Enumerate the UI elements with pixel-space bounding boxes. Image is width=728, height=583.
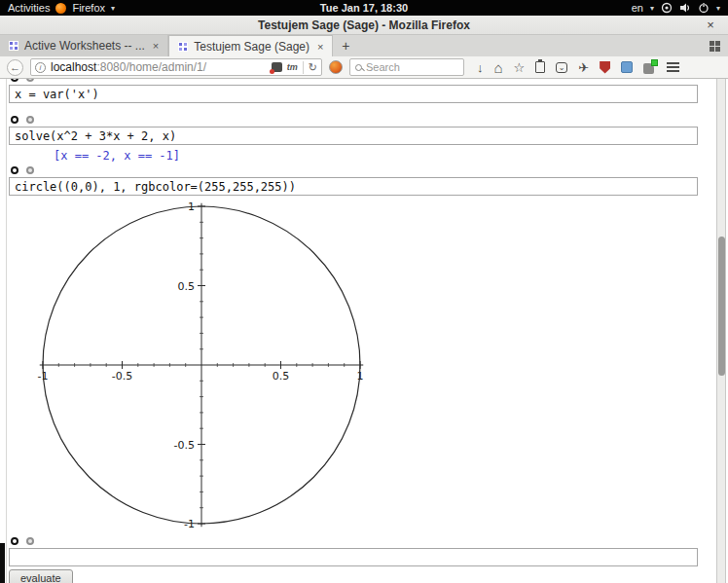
sage-input-cell-3[interactable] xyxy=(9,177,698,196)
back-button[interactable]: ← xyxy=(7,59,23,76)
window-close-button[interactable]: × xyxy=(703,18,718,32)
all-tabs-grid-icon xyxy=(710,41,720,52)
power-icon[interactable] xyxy=(698,2,710,14)
new-tab-button[interactable]: + xyxy=(333,35,358,56)
keyboard-caret-icon: ▾ xyxy=(650,4,654,13)
clock[interactable]: Tue Jan 17, 18:30 xyxy=(0,2,728,14)
security-shield-icon[interactable] xyxy=(600,61,610,74)
insert-cell-icon[interactable] xyxy=(11,537,18,545)
cell-insert-bar[interactable] xyxy=(11,79,698,83)
screenshot-tool-icon[interactable] xyxy=(621,61,633,73)
addon-ball-icon[interactable] xyxy=(329,60,343,74)
urlbar-extension-icon[interactable] xyxy=(272,62,282,72)
url-text[interactable]: localhost:8080/home/admin/1/ xyxy=(51,60,267,74)
browser-viewport: [x == -2, x == -1] -1-0.50.51-1-0.50.51 … xyxy=(0,79,728,583)
cell-insert-bar[interactable] xyxy=(11,536,698,546)
scrollbar-thumb[interactable] xyxy=(718,237,725,376)
cell-insert-bar[interactable] xyxy=(11,165,698,175)
extension-badge-icon[interactable] xyxy=(643,61,656,74)
list-all-tabs-button[interactable] xyxy=(710,35,720,56)
reload-icon[interactable]: ↻ xyxy=(309,61,317,74)
bookmark-star-icon[interactable]: ☆ xyxy=(514,61,526,74)
home-icon[interactable]: ⌂ xyxy=(494,61,503,74)
page-left-border xyxy=(6,79,7,583)
svg-text:0.5: 0.5 xyxy=(178,280,196,293)
sage-favicon xyxy=(178,42,188,52)
urlbar-separator xyxy=(303,61,304,74)
tab-close-icon[interactable]: × xyxy=(153,40,159,52)
tab-bar: Active Worksheets -- ... × Testujem Sage… xyxy=(0,35,728,56)
url-bar[interactable]: i localhost:8080/home/admin/1/ tm ↻ xyxy=(30,58,322,76)
tab-label: Active Worksheets -- ... xyxy=(24,39,145,53)
site-info-icon[interactable]: i xyxy=(35,62,46,73)
insert-text-cell-icon[interactable] xyxy=(26,79,34,82)
svg-text:0.5: 0.5 xyxy=(273,370,290,383)
url-host: localhost xyxy=(51,60,96,74)
insert-text-cell-icon[interactable] xyxy=(26,166,34,174)
send-tab-icon[interactable]: ✈ xyxy=(578,61,589,74)
tab-label: Testujem Sage (Sage) xyxy=(194,40,309,54)
search-icon xyxy=(355,64,362,71)
download-icon[interactable]: ↓ xyxy=(477,61,484,74)
system-menu-caret-icon[interactable]: ▾ xyxy=(716,4,720,13)
sage-input-cell-4[interactable] xyxy=(9,548,698,566)
volume-icon[interactable] xyxy=(679,2,691,14)
navigation-toolbar: ← i localhost:8080/home/admin/1/ tm ↻ ↓ … xyxy=(0,56,728,79)
desktop-edge-strip xyxy=(0,543,5,583)
sage-output-cell-2: [x == -2, x == -1] xyxy=(54,149,698,164)
sage-input-cell-1[interactable] xyxy=(9,85,698,103)
cell-insert-bar[interactable] xyxy=(11,115,698,125)
sage-favicon xyxy=(9,41,18,51)
gnome-top-bar: Activities Firefox ▾ Tue Jan 17, 18:30 e… xyxy=(0,0,728,16)
insert-text-cell-icon[interactable] xyxy=(26,116,34,124)
bookmarks-menu-icon[interactable] xyxy=(535,61,545,73)
pocket-icon[interactable]: ⌄ xyxy=(556,62,567,73)
tab-testujem-sage[interactable]: Testujem Sage (Sage) × xyxy=(168,35,333,56)
sage-input-cell-2[interactable] xyxy=(9,127,698,145)
search-input[interactable] xyxy=(366,61,458,73)
insert-text-cell-icon[interactable] xyxy=(26,537,34,545)
insert-cell-icon[interactable] xyxy=(11,166,18,174)
tab-close-icon[interactable]: × xyxy=(317,41,323,53)
insert-cell-icon[interactable] xyxy=(11,79,18,82)
circle-plot-output: -1-0.50.51-1-0.50.51 xyxy=(37,198,407,536)
a11y-icon[interactable] xyxy=(661,2,673,14)
search-bar[interactable] xyxy=(349,58,464,76)
svg-text:-1: -1 xyxy=(184,518,195,530)
svg-text:-0.5: -0.5 xyxy=(174,439,195,452)
tab-active-worksheets[interactable]: Active Worksheets -- ... × xyxy=(0,35,168,56)
evaluate-button[interactable]: evaluate xyxy=(9,569,73,583)
menu-icon[interactable] xyxy=(667,62,679,72)
circle-plot: -1-0.50.51-1-0.50.51 xyxy=(37,198,407,536)
sage-worksheet: [x == -2, x == -1] -1-0.50.51-1-0.50.51 … xyxy=(9,79,698,583)
urlbar-extension-2-icon[interactable]: tm xyxy=(287,62,298,72)
window-title: Testujem Sage (Sage) - Mozilla Firefox xyxy=(258,18,470,32)
url-path: :8080/home/admin/1/ xyxy=(96,60,206,74)
keyboard-layout-indicator[interactable]: en xyxy=(632,2,643,14)
insert-cell-icon[interactable] xyxy=(11,116,18,124)
scrollbar-track[interactable] xyxy=(716,79,726,583)
svg-text:-0.5: -0.5 xyxy=(112,370,132,383)
window-title-bar: Testujem Sage (Sage) - Mozilla Firefox × xyxy=(0,16,728,35)
